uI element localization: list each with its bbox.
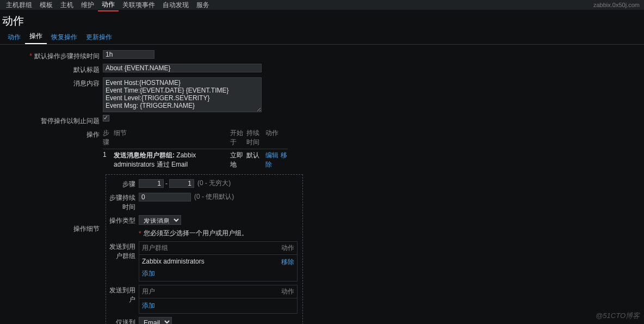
watermark: @51CTO博客 (596, 311, 640, 321)
user-table: 用户动作 添加 (139, 285, 298, 314)
tab-action[interactable]: 动作 (3, 30, 25, 44)
op-detail: 发送消息给用户群组: Zabbix administrators 通过 Emai… (114, 151, 230, 169)
step-duration-input[interactable] (103, 50, 154, 59)
pause-checkbox[interactable] (103, 115, 109, 121)
op-hdr-step: 步骤 (103, 129, 114, 147)
group-table: 用户群组动作 Zabbix administrators移除 添加 (139, 241, 298, 282)
only-select[interactable]: Email (139, 317, 172, 324)
d-optype-label: 操作类型 (106, 215, 139, 225)
step-from-input[interactable] (139, 179, 164, 188)
ut-hdr2: 动作 (276, 287, 294, 296)
op-dur: 默认 (246, 151, 265, 169)
ut-hdr1: 用户 (142, 287, 276, 296)
d-step-label: 步骤 (106, 179, 139, 189)
page-title: 动作 (0, 10, 644, 33)
gt-add-link[interactable]: 添加 (142, 269, 155, 278)
op-hdr-dur: 持续时间 (246, 129, 265, 147)
send-user-label: 发送到用户 (106, 285, 139, 304)
step-hint: (0 - 无穷大) (197, 179, 231, 188)
op-row: 1 发送消息给用户群组: Zabbix administrators 通过 Em… (103, 151, 288, 169)
step-dur-input[interactable] (139, 193, 191, 201)
d-stepdur-label: 步骤持续时间 (106, 192, 139, 212)
subtabs: 动作 操作 恢复操作 更新操作 (0, 33, 644, 45)
default-title-input[interactable] (103, 64, 262, 72)
detail-box: 步骤 - (0 - 无穷大) 步骤持续时间 (0 - 使用默认) 操作类型 发送… (106, 174, 303, 324)
form: *默认操作步骤持续时间 默认标题 消息内容 Event Host:{HOSTNA… (0, 45, 644, 324)
top-nav: 主机群组 模板 主机 维护 动作 关联项事件 自动发现 服务 zabbix.0x… (0, 0, 644, 10)
op-hdr-start: 开始于 (230, 129, 246, 147)
gt-remove-link[interactable]: 移除 (281, 258, 294, 266)
tab-recovery[interactable]: 恢复操作 (47, 30, 82, 44)
nav-template[interactable]: 模板 (36, 0, 57, 11)
gt-hdr2: 动作 (276, 243, 294, 253)
nav-correlation[interactable]: 关联项事件 (119, 0, 159, 11)
step-duration-label: *默认操作步骤持续时间 (2, 50, 103, 61)
dash: - (165, 180, 168, 187)
nav-host[interactable]: 主机 (57, 0, 77, 11)
msg-textarea[interactable]: Event Host:{HOSTNAME} Event Time:{EVENT.… (103, 77, 262, 112)
tab-operation[interactable]: 操作 (25, 29, 47, 44)
nav-discovery[interactable]: 自动发现 (159, 0, 193, 11)
op-start: 立即地 (230, 151, 246, 169)
nav-hostgroup[interactable]: 主机群组 (2, 0, 36, 11)
op-hdr-act: 动作 (265, 129, 287, 147)
tab-update[interactable]: 更新操作 (82, 30, 116, 44)
step-dur-hint: (0 - 使用默认) (194, 192, 234, 201)
only-label: 仅送到 (106, 317, 139, 324)
nav-service[interactable]: 服务 (193, 0, 213, 11)
op-type-select[interactable]: 发送消息 (139, 215, 181, 225)
domain-label: zabbix.0x50j.com (593, 2, 642, 8)
step-to-input[interactable] (169, 179, 194, 188)
operations-table: 步骤 细节 开始于 持续时间 动作 1 发送消息给用户群组: Zabbix ad… (103, 129, 288, 169)
send-group-label: 发送到用户群组 (106, 241, 139, 261)
req-msg: 您必须至少选择一个用户或用户组。 (144, 229, 248, 238)
default-title-label: 默认标题 (2, 64, 103, 75)
op-num: 1 (103, 151, 114, 169)
pause-label: 暂停操作以制止问题 (2, 115, 103, 126)
ops-label: 操作 (2, 129, 103, 139)
msg-label: 消息内容 (2, 77, 103, 88)
nav-action[interactable]: 动作 (98, 0, 119, 11)
detail-section-label: 操作细节 (2, 172, 103, 234)
ut-add-link[interactable]: 添加 (142, 301, 155, 310)
nav-maintenance[interactable]: 维护 (77, 0, 98, 11)
op-edit-link[interactable]: 编辑 (265, 151, 278, 159)
gt-row-name: Zabbix administrators (142, 258, 276, 267)
gt-hdr1: 用户群组 (142, 243, 276, 253)
op-hdr-detail: 细节 (114, 129, 230, 147)
